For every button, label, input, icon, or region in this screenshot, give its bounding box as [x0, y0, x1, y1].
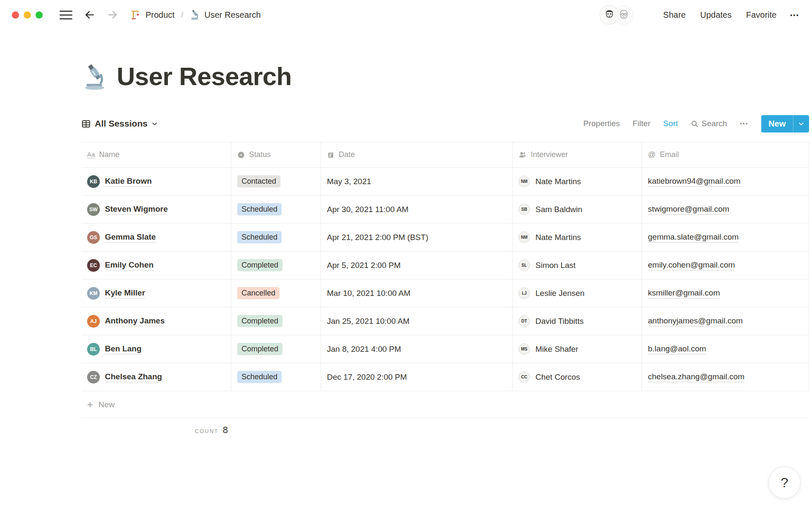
- date-cell[interactable]: Jan 25, 2021 10:00 AM: [321, 307, 513, 335]
- breadcrumb-product[interactable]: Product: [131, 9, 175, 20]
- new-entry-label[interactable]: New: [761, 115, 793, 133]
- status-cell[interactable]: Completed: [231, 251, 321, 279]
- status-cell[interactable]: Scheduled: [231, 196, 321, 223]
- date-cell[interactable]: Apr 30, 2021 11:00 AM: [321, 196, 513, 223]
- column-header-date[interactable]: Date: [321, 142, 513, 167]
- back-arrow-icon[interactable]: [84, 9, 95, 20]
- person-name-link[interactable]: Ben Lang: [105, 344, 142, 354]
- zoom-button[interactable]: [36, 11, 43, 19]
- table-row: EC Emily Cohen Completed Apr 5, 2021 2:0…: [81, 251, 809, 279]
- new-entry-button[interactable]: New: [761, 115, 809, 133]
- interviewer-avatar: NM: [518, 232, 530, 243]
- favorite-button[interactable]: Favorite: [746, 10, 776, 20]
- toolbar-actions: Properties Filter Sort Search ••• New: [583, 115, 809, 133]
- person-name-link[interactable]: Anthony James: [105, 316, 165, 326]
- email-link[interactable]: katiebrown94@gmail.com: [648, 177, 741, 187]
- interviewer-cell[interactable]: MS Mike Shafer: [513, 335, 642, 363]
- name-cell[interactable]: AJ Anthony James: [81, 307, 231, 335]
- sort-button[interactable]: Sort: [663, 119, 678, 128]
- email-cell[interactable]: emily.cohen@gmail.com: [642, 251, 809, 279]
- microscope-page-icon[interactable]: [81, 63, 109, 91]
- minimize-button[interactable]: [24, 11, 31, 19]
- interviewer-cell[interactable]: CC Chet Corcos: [513, 363, 642, 391]
- email-link[interactable]: b.lang@aol.com: [648, 344, 706, 354]
- email-cell[interactable]: b.lang@aol.com: [642, 335, 809, 363]
- view-selector[interactable]: All Sessions: [81, 119, 158, 129]
- person-name-link[interactable]: Gemma Slate: [105, 232, 156, 243]
- status-cell[interactable]: Contacted: [231, 168, 321, 195]
- interviewer-name: Nate Martins: [535, 177, 581, 186]
- name-cell[interactable]: BL Ben Lang: [81, 335, 231, 363]
- date-value: May 3, 2021: [327, 177, 371, 186]
- name-cell[interactable]: CZ Chelsea Zhang: [81, 363, 231, 391]
- status-cell[interactable]: Completed: [231, 307, 321, 335]
- email-cell[interactable]: katiebrown94@gmail.com: [642, 168, 809, 195]
- status-cell[interactable]: Completed: [231, 335, 321, 363]
- updates-button[interactable]: Updates: [700, 10, 732, 20]
- date-value: Mar 10, 2021 10:00 AM: [327, 289, 411, 298]
- name-cell[interactable]: KB Katie Brown: [81, 168, 231, 195]
- date-cell[interactable]: Jan 8, 2021 4:00 PM: [321, 335, 513, 363]
- table-row: BL Ben Lang Completed Jan 8, 2021 4:00 P…: [81, 335, 809, 363]
- column-header-status[interactable]: Status: [231, 142, 321, 167]
- person-name-link[interactable]: Chelsea Zhang: [105, 372, 162, 382]
- interviewer-avatar: DT: [518, 315, 530, 327]
- email-link[interactable]: gemma.slate@gmail.com: [648, 232, 739, 243]
- breadcrumb-separator: /: [181, 10, 183, 19]
- person-name-link[interactable]: Steven Wigmore: [105, 204, 168, 215]
- email-link[interactable]: anthonyjames@gmail.com: [648, 316, 743, 326]
- email-link[interactable]: stwigmore@gmail.com: [648, 204, 729, 215]
- date-cell[interactable]: Dec 17, 2020 2:00 PM: [321, 363, 513, 391]
- properties-button[interactable]: Properties: [583, 119, 620, 128]
- column-header-email[interactable]: @ Email: [642, 142, 809, 167]
- count-calculation[interactable]: COUNT 8: [81, 425, 231, 436]
- toolbar-more-icon[interactable]: •••: [740, 120, 749, 127]
- person-name-link[interactable]: Emily Cohen: [105, 260, 154, 271]
- help-button[interactable]: ?: [768, 467, 801, 499]
- email-cell[interactable]: gemma.slate@gmail.com: [642, 224, 809, 251]
- name-cell[interactable]: GS Gemma Slate: [81, 224, 231, 251]
- person-name-link[interactable]: Katie Brown: [105, 177, 152, 187]
- date-cell[interactable]: May 3, 2021: [321, 168, 513, 195]
- email-cell[interactable]: anthonyjames@gmail.com: [642, 307, 809, 335]
- interviewer-cell[interactable]: NM Nate Martins: [513, 168, 642, 195]
- email-cell[interactable]: stwigmore@gmail.com: [642, 196, 809, 223]
- email-cell[interactable]: ksmiller@gmail.com: [642, 279, 809, 307]
- filter-button[interactable]: Filter: [633, 119, 650, 128]
- status-cell[interactable]: Scheduled: [231, 363, 321, 391]
- breadcrumb-user-research[interactable]: User Research: [189, 9, 261, 20]
- interviewer-cell[interactable]: NM Nate Martins: [513, 224, 642, 251]
- table-row: KB Katie Brown Contacted May 3, 2021 NM …: [81, 168, 809, 196]
- name-cell[interactable]: SW Steven Wigmore: [81, 196, 231, 223]
- new-entry-dropdown[interactable]: [793, 115, 809, 133]
- name-cell[interactable]: KM Kyle Miller: [81, 279, 231, 307]
- email-link[interactable]: chelsea.zhang@gmail.com: [648, 372, 744, 382]
- share-button[interactable]: Share: [663, 10, 686, 20]
- interviewer-cell[interactable]: DT David Tibbitts: [513, 307, 642, 335]
- menu-icon[interactable]: [60, 11, 72, 19]
- more-options-icon[interactable]: •••: [790, 11, 799, 19]
- interviewer-cell[interactable]: SB Sam Baldwin: [513, 196, 642, 223]
- date-cell[interactable]: Apr 21, 2021 2:00 PM (BST): [321, 224, 513, 251]
- database-toolbar: All Sessions Properties Filter Sort Sear…: [81, 115, 809, 133]
- status-cell[interactable]: Scheduled: [231, 224, 321, 251]
- date-cell[interactable]: Mar 10, 2021 10:00 AM: [321, 279, 513, 307]
- table-row: AJ Anthony James Completed Jan 25, 2021 …: [81, 307, 809, 335]
- column-header-name[interactable]: Aa Name: [81, 142, 231, 167]
- date-cell[interactable]: Apr 5, 2021 2:00 PM: [321, 251, 513, 279]
- search-button[interactable]: Search: [691, 119, 727, 128]
- email-link[interactable]: emily.cohen@gmail.com: [648, 260, 735, 271]
- collaborator-avatars: [600, 5, 634, 25]
- email-cell[interactable]: chelsea.zhang@gmail.com: [642, 363, 809, 391]
- interviewer-cell[interactable]: LJ Leslie Jensen: [513, 279, 642, 307]
- close-button[interactable]: [12, 11, 19, 19]
- forward-arrow-icon[interactable]: [107, 9, 118, 20]
- add-row-button[interactable]: + New: [81, 391, 809, 418]
- interviewer-cell[interactable]: SL Simon Last: [513, 251, 642, 279]
- column-header-interviewer[interactable]: Interviewer: [513, 142, 642, 167]
- person-name-link[interactable]: Kyle Miller: [105, 288, 145, 298]
- collaborator-avatar-2[interactable]: [614, 5, 634, 25]
- email-link[interactable]: ksmiller@gmail.com: [648, 288, 720, 298]
- name-cell[interactable]: EC Emily Cohen: [81, 251, 231, 279]
- status-cell[interactable]: Cancelled: [231, 279, 321, 307]
